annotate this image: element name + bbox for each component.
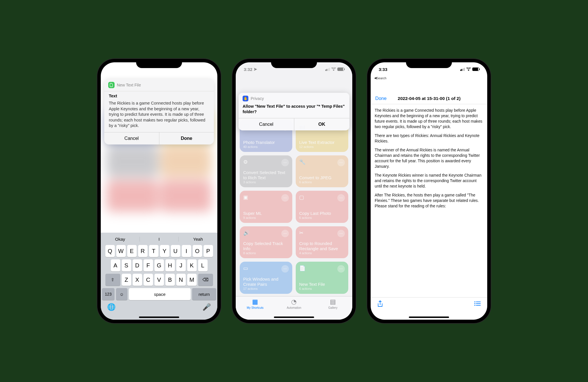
keyboard-row-3: ⇧ ZXCVBNM ⌫ xyxy=(101,273,217,287)
key-i[interactable]: I xyxy=(182,245,191,257)
paragraph: The Keynote Rickies winner is named the … xyxy=(375,173,483,189)
key-f[interactable]: F xyxy=(144,259,153,271)
privacy-alert: ✋ Privacy Allow "New Text File" to acces… xyxy=(239,93,349,130)
key-q[interactable]: Q xyxy=(105,245,115,257)
shift-key[interactable]: ⇧ xyxy=(105,274,120,286)
privacy-icon: ✋ xyxy=(243,96,248,101)
tab-label: Automation xyxy=(287,306,301,309)
text-input-dialog: New Text File Text The Rickies is a game… xyxy=(104,79,214,144)
home-indicator[interactable] xyxy=(409,317,449,318)
key-x[interactable]: X xyxy=(133,274,142,286)
key-w[interactable]: W xyxy=(116,245,126,257)
share-icon[interactable] xyxy=(377,300,383,320)
wifi-icon xyxy=(466,67,471,71)
backspace-key[interactable]: ⌫ xyxy=(198,274,213,286)
alert-cancel-button[interactable]: Cancel xyxy=(239,118,294,130)
key-y[interactable]: Y xyxy=(160,245,169,257)
keyboard-row-2: ASDFGHJKL xyxy=(101,258,217,273)
key-d[interactable]: D xyxy=(133,259,142,271)
alert-ok-button[interactable]: OK xyxy=(294,118,350,130)
page-title: 2022-04-05 at 15-31-00 (1 of 2) xyxy=(376,96,483,101)
field-label: Text xyxy=(104,91,214,99)
phone-3: 3:33 ◀ Search Done 2022-04-05 at 15-31-0… xyxy=(367,59,491,323)
file-icon xyxy=(108,82,115,88)
svg-rect-3 xyxy=(476,303,481,304)
key-a[interactable]: A xyxy=(111,259,120,271)
tab-bar: ▦ My Shortcuts ◔ Automation ▤ Gallery xyxy=(236,296,352,320)
paragraph: After The Rickies, the hosts then play a… xyxy=(375,192,483,209)
suggestion[interactable]: I xyxy=(140,237,179,242)
svg-point-2 xyxy=(474,303,475,304)
done-button[interactable]: Done xyxy=(159,132,214,144)
svg-point-4 xyxy=(474,305,475,306)
svg-rect-1 xyxy=(476,302,481,302)
key-o[interactable]: O xyxy=(193,245,202,257)
tab-my-shortcuts[interactable]: ▦ My Shortcuts xyxy=(236,298,274,320)
screen-2: 3:32 ➤ 🌐⋯Photo Translator40 actions📷⋯Liv… xyxy=(236,62,352,320)
screen-3: 3:33 ◀ Search Done 2022-04-05 at 15-31-0… xyxy=(371,62,487,320)
notch xyxy=(271,59,317,68)
emoji-key[interactable]: ☺ xyxy=(116,288,127,300)
paragraph: The winner of the Annual Rickies is name… xyxy=(375,147,483,169)
key-u[interactable]: U xyxy=(171,245,180,257)
back-to-search[interactable]: ◀ Search xyxy=(374,76,386,80)
nav-bar: Done 2022-04-05 at 15-31-00 (1 of 2) xyxy=(371,96,487,104)
notch xyxy=(406,59,452,68)
key-k[interactable]: K xyxy=(187,259,197,271)
numeric-key[interactable]: 123 xyxy=(102,288,115,300)
cancel-button[interactable]: Cancel xyxy=(104,132,159,144)
key-l[interactable]: L xyxy=(198,259,208,271)
keyboard-suggestions[interactable]: Okay I Yeah xyxy=(101,235,217,244)
dialog-app-name: New Text File xyxy=(117,83,141,87)
home-indicator[interactable] xyxy=(139,317,179,318)
paragraph: There are two types of Rickies: Annual R… xyxy=(375,133,483,144)
phone-2: 3:32 ➤ 🌐⋯Photo Translator40 actions📷⋯Liv… xyxy=(232,59,356,323)
text-input[interactable]: The Rickies is a game Connected hosts pl… xyxy=(104,99,214,132)
key-m[interactable]: M xyxy=(187,274,197,286)
phone-1: New Text File Text The Rickies is a game… xyxy=(97,59,221,323)
status-time: 3:33 xyxy=(379,67,387,72)
battery-icon xyxy=(472,67,479,71)
svg-rect-5 xyxy=(476,305,481,306)
home-indicator[interactable] xyxy=(274,317,314,318)
suggestion[interactable]: Okay xyxy=(101,237,140,242)
gallery-icon: ▤ xyxy=(314,298,352,306)
svg-point-0 xyxy=(474,301,475,302)
signal-icon xyxy=(460,68,465,71)
suggestion[interactable]: Yeah xyxy=(179,237,217,242)
tab-gallery[interactable]: ▤ Gallery xyxy=(314,298,352,320)
keyboard-row-1: QWERTYUIOP xyxy=(101,244,217,258)
key-e[interactable]: E xyxy=(127,245,137,257)
key-j[interactable]: J xyxy=(176,259,186,271)
key-n[interactable]: N xyxy=(176,274,186,286)
paragraph: The Rickies is a game Connected hosts pl… xyxy=(375,108,483,130)
key-t[interactable]: T xyxy=(149,245,158,257)
notch xyxy=(136,59,182,68)
key-z[interactable]: Z xyxy=(122,274,131,286)
key-b[interactable]: B xyxy=(165,274,175,286)
key-g[interactable]: G xyxy=(154,259,164,271)
screen-1: New Text File Text The Rickies is a game… xyxy=(101,62,217,320)
automation-icon: ◔ xyxy=(274,298,313,306)
key-v[interactable]: V xyxy=(154,274,164,286)
mic-icon[interactable]: 🎤 xyxy=(202,303,211,311)
shortcuts-icon: ▦ xyxy=(236,298,274,306)
alert-question: Allow "New Text File" to access your "* … xyxy=(239,103,349,118)
globe-icon[interactable]: 🌐 xyxy=(107,303,116,311)
key-p[interactable]: P xyxy=(204,245,213,257)
key-h[interactable]: H xyxy=(165,259,175,271)
return-key[interactable]: return xyxy=(192,288,216,300)
space-key[interactable]: space xyxy=(129,288,191,300)
tab-label: My Shortcuts xyxy=(247,306,263,309)
keyboard[interactable]: Okay I Yeah QWERTYUIOP ASDFGHJKL ⇧ ZXCVB… xyxy=(101,233,217,320)
back-label: Search xyxy=(376,76,386,80)
list-icon[interactable] xyxy=(474,300,481,320)
tab-label: Gallery xyxy=(328,306,337,309)
document-body[interactable]: The Rickies is a game Connected hosts pl… xyxy=(371,104,487,216)
key-r[interactable]: R xyxy=(138,245,148,257)
alert-title: Privacy xyxy=(251,96,264,101)
key-c[interactable]: C xyxy=(144,274,153,286)
key-s[interactable]: S xyxy=(122,259,131,271)
